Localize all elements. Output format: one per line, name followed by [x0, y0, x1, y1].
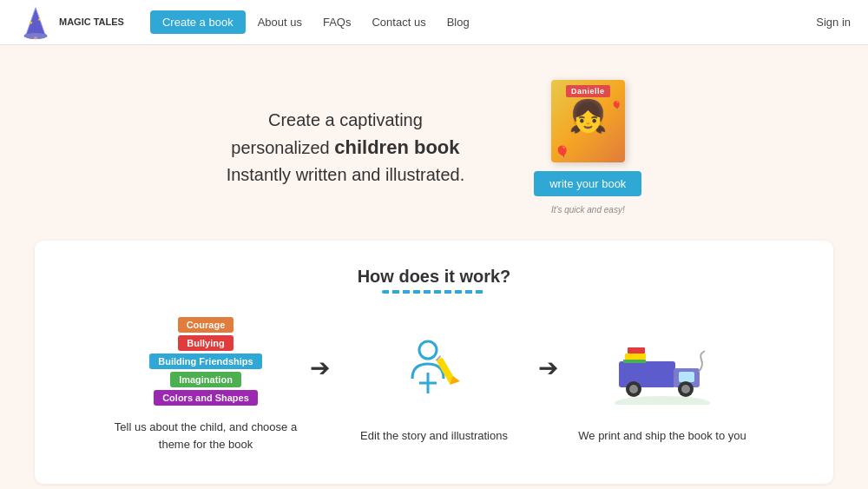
step-3: We print and ship the book to you — [567, 327, 758, 445]
tag-courage: Courage — [178, 317, 234, 333]
step-2: Edit the story and illustrations — [339, 327, 529, 445]
step-3-text: We print and ship the book to you — [578, 427, 746, 445]
book-cover-image: Danielle 👧 🎈 🎈 — [551, 80, 625, 162]
svg-rect-22 — [623, 360, 646, 363]
nav-links: Create a book About us FAQs Contact us B… — [150, 10, 816, 34]
tag-colors: Colors and Shapes — [154, 390, 258, 406]
theme-tags: Courage Bullying Building Friendships Im… — [149, 317, 261, 406]
logo[interactable]: ★ ★ MAGIC TALES — [17, 4, 124, 41]
step-2-text: Edit the story and illustrations — [360, 427, 508, 445]
step-1: Courage Bullying Building Friendships Im… — [110, 318, 301, 453]
nav-blog-link[interactable]: Blog — [438, 10, 478, 34]
hero-section: Create a captivating personalized childr… — [0, 45, 868, 241]
nav-about-link[interactable]: About us — [249, 10, 311, 34]
tag-bullying: Bullying — [178, 335, 233, 351]
tag-imagination: Imagination — [170, 372, 241, 387]
navbar: ★ ★ MAGIC TALES Create a book About us F… — [0, 0, 868, 45]
hero-text: Create a captivating personalized childr… — [227, 107, 465, 188]
hero-line2: personalized children book — [227, 133, 465, 162]
nav-faqs-link[interactable]: FAQs — [314, 10, 360, 34]
svg-text:★: ★ — [29, 19, 33, 24]
step-1-icon: Courage Bullying Building Friendships Im… — [149, 318, 261, 405]
nav-create-button[interactable]: Create a book — [150, 10, 246, 34]
how-steps: Courage Bullying Building Friendships Im… — [69, 318, 799, 453]
step-3-icon — [615, 327, 710, 413]
svg-point-19 — [681, 385, 690, 393]
how-underline — [382, 290, 486, 294]
how-section: How does it work? Courage Bullying Build… — [35, 241, 833, 484]
nav-contact-link[interactable]: Contact us — [363, 10, 434, 34]
tag-friendship: Building Friendships — [149, 354, 261, 369]
arrow-2: ➔ — [538, 354, 558, 382]
hero-quick-text: It's quick and easy! — [551, 205, 625, 215]
svg-point-7 — [419, 341, 437, 359]
hero-line3: Instantly written and illustrated. — [227, 162, 465, 188]
how-title-wrap: How does it work? — [69, 267, 799, 294]
hero-line2-bold: children book — [334, 136, 459, 158]
book-cover-character: 👧 — [569, 101, 608, 132]
svg-point-23 — [615, 396, 710, 405]
svg-rect-21 — [625, 354, 646, 360]
svg-text:★: ★ — [37, 17, 42, 22]
signin-link[interactable]: Sign in — [816, 16, 851, 29]
svg-point-6 — [34, 36, 37, 40]
step-1-text: Tell us about the child, and choose a th… — [110, 419, 301, 453]
hero-line1: Create a captivating — [227, 107, 465, 133]
svg-rect-20 — [628, 347, 645, 354]
hero-line2-prefix: personalized — [231, 138, 334, 157]
how-title: How does it work? — [69, 267, 799, 287]
svg-rect-13 — [619, 361, 675, 387]
step-2-icon — [395, 327, 473, 413]
arrow-1: ➔ — [310, 354, 330, 382]
write-book-button[interactable]: write your book — [534, 171, 641, 196]
logo-text: MAGIC TALES — [59, 17, 124, 28]
book-cover-name: Danielle — [566, 85, 610, 97]
svg-rect-15 — [679, 372, 694, 382]
logo-icon: ★ ★ — [17, 4, 54, 41]
svg-point-17 — [629, 385, 638, 393]
hero-book-area: Danielle 👧 🎈 🎈 write your book It's quic… — [534, 80, 641, 215]
